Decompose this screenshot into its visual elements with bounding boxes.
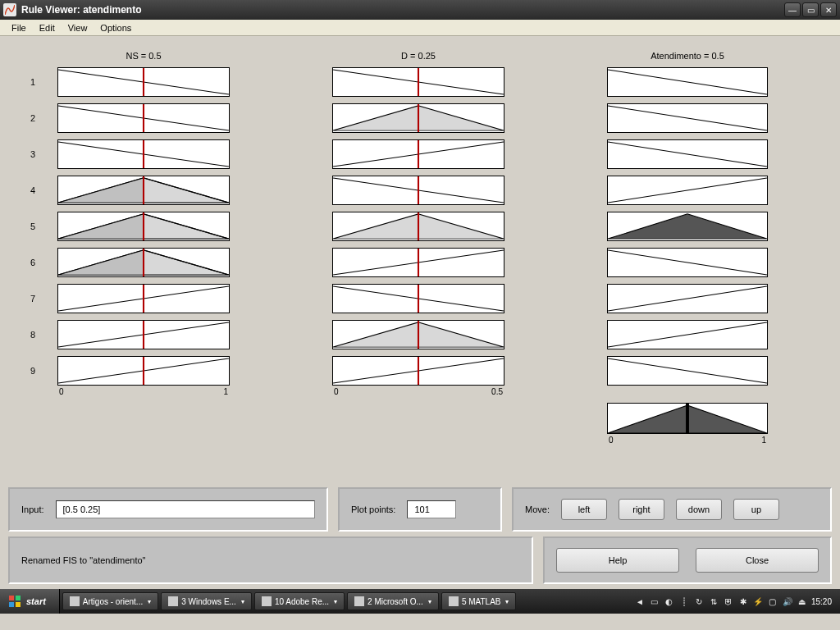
window-title: Rule Viewer: atendimento	[21, 4, 783, 16]
input-label: Input:	[21, 504, 44, 514]
ns-cell[interactable]	[57, 176, 230, 205]
out-cell[interactable]	[607, 139, 768, 169]
windows-logo-icon	[8, 595, 21, 608]
ns-cell[interactable]	[57, 320, 230, 349]
out-cell[interactable]	[607, 103, 768, 133]
out-cell[interactable]	[607, 320, 768, 349]
d-cell[interactable]	[332, 176, 504, 205]
clock[interactable]: 15:20	[811, 597, 832, 606]
out-cell[interactable]	[607, 67, 768, 97]
svg-rect-53	[9, 596, 14, 600]
move-down-button[interactable]: down	[676, 499, 722, 520]
tray-wifi-icon[interactable]: ⇅	[708, 596, 719, 607]
column-header-ns: NS = 0.5	[57, 51, 230, 61]
out-cell[interactable]	[607, 356, 768, 386]
close-button[interactable]: Close	[696, 548, 819, 573]
chevron-down-icon: ▾	[241, 598, 244, 605]
tray-monitor-icon[interactable]: ▢	[767, 596, 778, 607]
input-field[interactable]	[56, 500, 315, 518]
chevron-down-icon: ▾	[428, 598, 431, 605]
axis-out: 01	[607, 434, 768, 445]
rule-row: 7	[8, 284, 832, 313]
move-label: Move:	[525, 504, 550, 514]
d-cell[interactable]	[332, 212, 504, 241]
rule-row: 9	[8, 356, 832, 386]
move-up-button[interactable]: up	[733, 499, 779, 520]
taskbar-item[interactable]: 3 Windows E...▾	[161, 592, 252, 610]
svg-line-21	[608, 178, 767, 203]
taskbar-item[interactable]: 10 Adobe Re...▾	[254, 592, 345, 610]
menu-file[interactable]: File	[5, 21, 33, 34]
rule-number: 7	[8, 294, 57, 304]
taskbar-item[interactable]: 5 MATLAB▾	[441, 592, 517, 610]
ns-cell[interactable]	[57, 67, 230, 97]
help-button[interactable]: Help	[556, 548, 679, 573]
taskbar-item[interactable]: Artigos - orient...▾	[62, 592, 158, 610]
rule-number: 4	[8, 185, 57, 195]
menu-view[interactable]: View	[62, 21, 94, 34]
rule-number: 5	[8, 221, 57, 231]
move-right-button[interactable]: right	[619, 499, 664, 520]
menu-edit[interactable]: Edit	[33, 21, 62, 34]
svg-line-9	[608, 106, 767, 130]
ns-cell[interactable]	[57, 284, 230, 313]
ns-cell[interactable]	[57, 139, 230, 169]
out-cell[interactable]	[607, 212, 768, 241]
taskbar-item-label: 5 MATLAB	[462, 597, 501, 606]
out-cell[interactable]	[607, 284, 768, 313]
rule-canvas: NS = 0.5 D = 0.25 Atendimento = 0.5 1 2 …	[0, 36, 840, 479]
move-left-button[interactable]: left	[561, 499, 607, 520]
ns-cell[interactable]	[57, 356, 230, 386]
minimize-button[interactable]: —	[784, 2, 801, 17]
svg-line-40	[608, 286, 767, 311]
tray-battery-icon[interactable]: ⚡	[752, 596, 764, 607]
taskbar: start Artigos - orient...▾3 Windows E...…	[0, 589, 840, 614]
d-cell[interactable]	[332, 320, 504, 349]
taskbar-item[interactable]: 2 Microsoft O...▾	[347, 592, 439, 610]
out-cell[interactable]	[607, 248, 768, 277]
tray-volume-icon[interactable]: 🔊	[782, 596, 793, 607]
axis-ns: 01	[57, 386, 230, 396]
status-panel: Renamed FIS to "atendimento"	[8, 536, 533, 584]
rule-number: 3	[8, 149, 57, 159]
d-cell[interactable]	[332, 139, 504, 169]
tray-bluetooth-icon[interactable]: ✱	[737, 596, 749, 607]
taskbar-item-label: Artigos - orient...	[83, 597, 143, 606]
rule-row: 2	[8, 103, 832, 133]
column-header-d: D = 0.25	[332, 51, 504, 61]
ns-cell[interactable]	[57, 248, 230, 277]
chevron-down-icon: ▾	[334, 598, 337, 605]
d-cell[interactable]	[332, 248, 504, 277]
tray-eject-icon[interactable]: ⏏	[797, 596, 808, 607]
out-cell[interactable]	[607, 176, 768, 205]
rule-row: 4	[8, 176, 832, 205]
ns-cell[interactable]	[57, 212, 230, 241]
plotpoints-panel: Plot points:	[338, 487, 502, 532]
tray-icon[interactable]: ◄	[634, 596, 646, 607]
tray-shield-icon[interactable]: ⛨	[723, 596, 734, 607]
start-button[interactable]: start	[0, 589, 60, 614]
tray-network-icon[interactable]: ◐	[664, 596, 675, 607]
tray-refresh-icon[interactable]: ↻	[693, 596, 705, 607]
d-cell[interactable]	[332, 356, 504, 386]
plotpoints-field[interactable]	[407, 500, 456, 518]
column-header-out: Atendimento = 0.5	[607, 51, 768, 61]
titlebar: Rule Viewer: atendimento — ▭ ✕	[0, 0, 840, 20]
rule-row: 3	[8, 139, 832, 169]
maximize-button[interactable]: ▭	[802, 2, 819, 17]
d-cell[interactable]	[332, 103, 504, 133]
d-cell[interactable]	[332, 284, 504, 313]
menu-options[interactable]: Options	[94, 21, 138, 34]
rule-number: 1	[8, 77, 57, 87]
tray-desktop-icon[interactable]: ▭	[649, 596, 660, 607]
svg-line-4	[608, 70, 767, 94]
action-panel: Help Close	[543, 536, 832, 584]
axis-d: 00.5	[332, 386, 504, 396]
taskbar-item-label: 10 Adobe Re...	[275, 597, 329, 606]
aggregate-output-cell[interactable]	[607, 403, 768, 434]
d-cell[interactable]	[332, 67, 504, 97]
chevron-down-icon: ▾	[505, 598, 509, 605]
close-window-button[interactable]: ✕	[820, 2, 837, 17]
ns-cell[interactable]	[57, 103, 230, 133]
rule-row: 6	[8, 248, 832, 277]
